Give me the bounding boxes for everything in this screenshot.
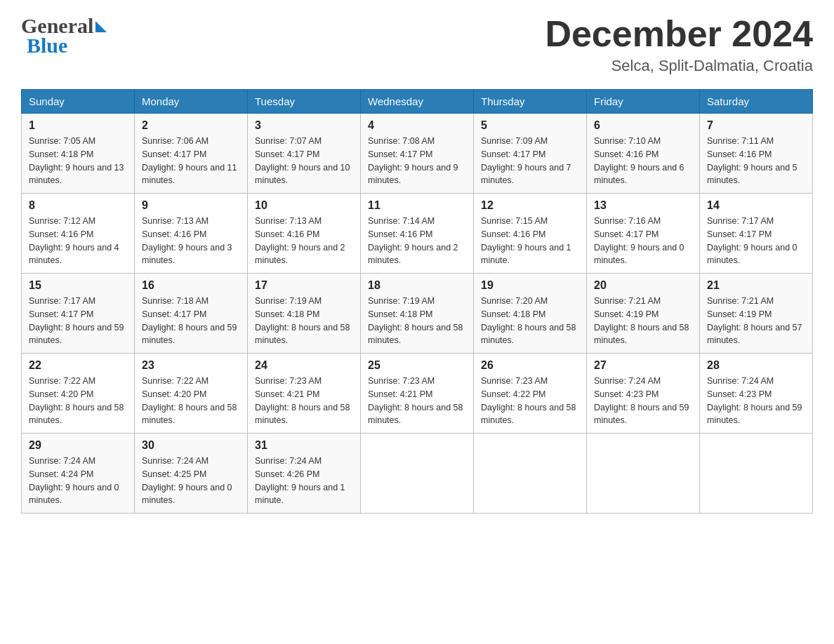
calendar-week-row: 29 Sunrise: 7:24 AMSunset: 4:24 PMDaylig… [22,434,813,514]
day-info: Sunrise: 7:24 AMSunset: 4:23 PMDaylight:… [594,376,689,425]
calendar-week-row: 22 Sunrise: 7:22 AMSunset: 4:20 PMDaylig… [22,354,813,434]
calendar-day: 23 Sunrise: 7:22 AMSunset: 4:20 PMDaylig… [135,354,248,434]
day-number: 28 [707,359,805,372]
day-number: 12 [481,199,579,212]
calendar-day: 20 Sunrise: 7:21 AMSunset: 4:19 PMDaylig… [587,274,700,354]
day-info: Sunrise: 7:07 AMSunset: 4:17 PMDaylight:… [255,136,350,185]
calendar-day: 4 Sunrise: 7:08 AMSunset: 4:17 PMDayligh… [361,114,474,194]
calendar-day [587,434,700,514]
day-info: Sunrise: 7:14 AMSunset: 4:16 PMDaylight:… [368,216,458,265]
day-info: Sunrise: 7:24 AMSunset: 4:26 PMDaylight:… [255,456,345,505]
header-wednesday: Wednesday [361,90,474,114]
day-number: 6 [594,119,692,132]
calendar-week-row: 1 Sunrise: 7:05 AMSunset: 4:18 PMDayligh… [22,114,813,194]
day-number: 10 [255,199,353,212]
calendar-day: 2 Sunrise: 7:06 AMSunset: 4:17 PMDayligh… [135,114,248,194]
calendar-day: 11 Sunrise: 7:14 AMSunset: 4:16 PMDaylig… [361,194,474,274]
day-number: 30 [142,439,240,452]
logo-arrow-icon [95,21,107,32]
day-info: Sunrise: 7:22 AMSunset: 4:20 PMDaylight:… [142,376,237,425]
calendar-day: 15 Sunrise: 7:17 AMSunset: 4:17 PMDaylig… [22,274,135,354]
day-info: Sunrise: 7:09 AMSunset: 4:17 PMDaylight:… [481,136,571,185]
calendar-day: 29 Sunrise: 7:24 AMSunset: 4:24 PMDaylig… [22,434,135,514]
calendar-day: 22 Sunrise: 7:22 AMSunset: 4:20 PMDaylig… [22,354,135,434]
day-info: Sunrise: 7:06 AMSunset: 4:17 PMDaylight:… [142,136,237,185]
day-info: Sunrise: 7:17 AMSunset: 4:17 PMDaylight:… [707,216,797,265]
day-number: 11 [368,199,466,212]
calendar-day [700,434,813,514]
day-info: Sunrise: 7:13 AMSunset: 4:16 PMDaylight:… [255,216,345,265]
day-info: Sunrise: 7:23 AMSunset: 4:22 PMDaylight:… [481,376,576,425]
month-title: December 2024 [545,14,813,54]
header-thursday: Thursday [474,90,587,114]
calendar-day: 5 Sunrise: 7:09 AMSunset: 4:17 PMDayligh… [474,114,587,194]
day-info: Sunrise: 7:24 AMSunset: 4:24 PMDaylight:… [29,456,119,505]
calendar-day: 9 Sunrise: 7:13 AMSunset: 4:16 PMDayligh… [135,194,248,274]
header-tuesday: Tuesday [248,90,361,114]
day-number: 4 [368,119,466,132]
calendar-day: 21 Sunrise: 7:21 AMSunset: 4:19 PMDaylig… [700,274,813,354]
day-number: 29 [29,439,127,452]
day-number: 15 [29,279,127,292]
calendar-header-row: SundayMondayTuesdayWednesdayThursdayFrid… [22,90,813,114]
header-sunday: Sunday [22,90,135,114]
day-info: Sunrise: 7:19 AMSunset: 4:18 PMDaylight:… [368,296,463,345]
day-number: 14 [707,199,805,212]
header-friday: Friday [587,90,700,114]
calendar-day: 16 Sunrise: 7:18 AMSunset: 4:17 PMDaylig… [135,274,248,354]
day-info: Sunrise: 7:22 AMSunset: 4:20 PMDaylight:… [29,376,124,425]
calendar-week-row: 15 Sunrise: 7:17 AMSunset: 4:17 PMDaylig… [22,274,813,354]
day-info: Sunrise: 7:21 AMSunset: 4:19 PMDaylight:… [707,296,802,345]
day-info: Sunrise: 7:19 AMSunset: 4:18 PMDaylight:… [255,296,350,345]
day-number: 24 [255,359,353,372]
calendar-day: 1 Sunrise: 7:05 AMSunset: 4:18 PMDayligh… [22,114,135,194]
day-info: Sunrise: 7:20 AMSunset: 4:18 PMDaylight:… [481,296,576,345]
day-number: 19 [481,279,579,292]
calendar-day: 27 Sunrise: 7:24 AMSunset: 4:23 PMDaylig… [587,354,700,434]
day-number: 25 [368,359,466,372]
calendar-day: 12 Sunrise: 7:15 AMSunset: 4:16 PMDaylig… [474,194,587,274]
day-info: Sunrise: 7:05 AMSunset: 4:18 PMDaylight:… [29,136,124,185]
day-number: 3 [255,119,353,132]
day-number: 31 [255,439,353,452]
day-info: Sunrise: 7:16 AMSunset: 4:17 PMDaylight:… [594,216,684,265]
location-subtitle: Selca, Split-Dalmatia, Croatia [545,57,813,75]
day-number: 1 [29,119,127,132]
logo: General Blue [21,14,107,58]
day-number: 17 [255,279,353,292]
calendar-day: 13 Sunrise: 7:16 AMSunset: 4:17 PMDaylig… [587,194,700,274]
day-number: 5 [481,119,579,132]
calendar-day: 26 Sunrise: 7:23 AMSunset: 4:22 PMDaylig… [474,354,587,434]
calendar-day: 30 Sunrise: 7:24 AMSunset: 4:25 PMDaylig… [135,434,248,514]
day-number: 2 [142,119,240,132]
logo-blue-text: Blue [27,34,67,58]
day-number: 20 [594,279,692,292]
day-info: Sunrise: 7:08 AMSunset: 4:17 PMDaylight:… [368,136,458,185]
calendar-day: 31 Sunrise: 7:24 AMSunset: 4:26 PMDaylig… [248,434,361,514]
calendar-day: 24 Sunrise: 7:23 AMSunset: 4:21 PMDaylig… [248,354,361,434]
calendar-day [361,434,474,514]
day-number: 16 [142,279,240,292]
day-number: 13 [594,199,692,212]
calendar-day: 6 Sunrise: 7:10 AMSunset: 4:16 PMDayligh… [587,114,700,194]
page-header: General Blue December 2024 Selca, Split-… [21,14,813,75]
day-info: Sunrise: 7:21 AMSunset: 4:19 PMDaylight:… [594,296,689,345]
day-number: 7 [707,119,805,132]
day-number: 22 [29,359,127,372]
day-number: 26 [481,359,579,372]
day-number: 9 [142,199,240,212]
day-info: Sunrise: 7:23 AMSunset: 4:21 PMDaylight:… [368,376,463,425]
calendar-day: 17 Sunrise: 7:19 AMSunset: 4:18 PMDaylig… [248,274,361,354]
calendar-table: SundayMondayTuesdayWednesdayThursdayFrid… [21,89,813,514]
day-info: Sunrise: 7:15 AMSunset: 4:16 PMDaylight:… [481,216,571,265]
calendar-day: 19 Sunrise: 7:20 AMSunset: 4:18 PMDaylig… [474,274,587,354]
day-info: Sunrise: 7:12 AMSunset: 4:16 PMDaylight:… [29,216,119,265]
calendar-day [474,434,587,514]
calendar-day: 14 Sunrise: 7:17 AMSunset: 4:17 PMDaylig… [700,194,813,274]
calendar-day: 10 Sunrise: 7:13 AMSunset: 4:16 PMDaylig… [248,194,361,274]
day-number: 27 [594,359,692,372]
calendar-day: 28 Sunrise: 7:24 AMSunset: 4:23 PMDaylig… [700,354,813,434]
day-info: Sunrise: 7:17 AMSunset: 4:17 PMDaylight:… [29,296,124,345]
day-info: Sunrise: 7:18 AMSunset: 4:17 PMDaylight:… [142,296,237,345]
header-saturday: Saturday [700,90,813,114]
